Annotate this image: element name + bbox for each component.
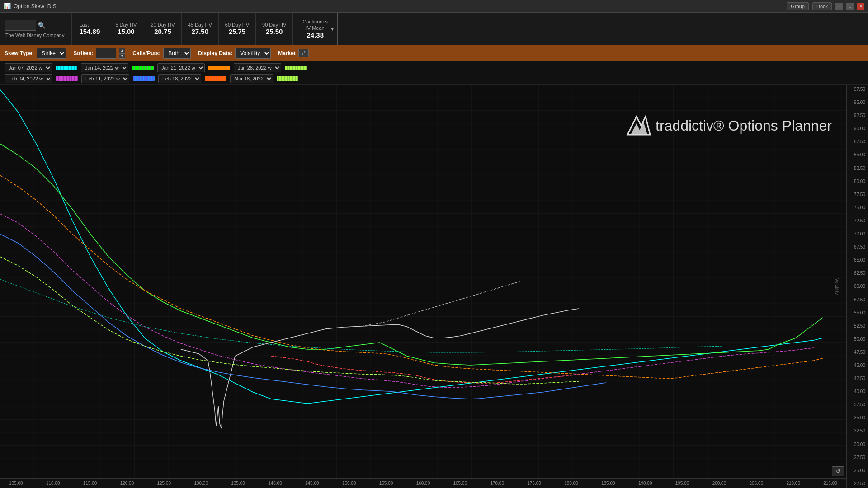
strikes-input[interactable]: 10 <box>96 48 116 59</box>
y-label-5500: 55.00 <box>847 310 868 315</box>
expiry-jan14[interactable]: Jan 14, 2022 w <box>81 63 128 72</box>
stats-bar: DIS 🔍 The Walt Disney Company Last 154.8… <box>0 13 868 45</box>
stat-90day-value: 25.50 <box>266 28 283 35</box>
x-label-155: 155.00 <box>379 481 393 486</box>
y-label-3250: 32.50 <box>847 428 868 433</box>
y-label-6500: 65.00 <box>847 258 868 263</box>
y-label-4500: 45.00 <box>847 363 868 368</box>
y-label-5750: 57.50 <box>847 297 868 302</box>
continuous-iv-value: 24.38 <box>307 31 324 39</box>
x-label-115: 115.00 <box>83 481 97 486</box>
y-label-8750: 87.50 <box>847 139 868 144</box>
calls-puts-label: Calls/Puts: <box>132 50 160 56</box>
x-label-190: 190.00 <box>638 481 652 486</box>
y-label-4000: 40.00 <box>847 389 868 394</box>
y-label-7000: 70.00 <box>847 231 868 236</box>
y-label-2500: 25.00 <box>847 468 868 473</box>
strikes-up-button[interactable]: ▲ <box>119 48 125 53</box>
strikes-label: Strikes: <box>73 50 93 56</box>
search-icon-button[interactable]: 🔍 <box>38 22 46 29</box>
y-axis: 97.50 95.00 92.50 90.00 87.50 85.00 82.5… <box>846 85 868 488</box>
stat-45day-value: 27.50 <box>191 28 208 35</box>
y-label-7500: 75.00 <box>847 205 868 210</box>
stat-90day-label: 90 Day HV <box>262 22 286 28</box>
expiry-feb11[interactable]: Feb 11, 2022 w <box>81 74 129 83</box>
y-label-4750: 47.50 <box>847 350 868 355</box>
x-label-215: 215.00 <box>823 481 837 486</box>
continuous-dropdown-arrow: ▼ <box>330 26 335 31</box>
title-bar: 📊 Option Skew: DIS Group Dock ─ □ ✕ <box>0 0 868 13</box>
title-bar-left: 📊 Option Skew: DIS <box>4 3 57 9</box>
dock-button[interactable]: Dock <box>812 2 832 10</box>
swatch-feb04 <box>56 76 78 81</box>
company-name: The Walt Disney Company <box>5 33 64 38</box>
strikes-down-button[interactable]: ▼ <box>119 53 125 59</box>
expiry-mar18[interactable]: Mar 18, 2022 <box>230 74 273 83</box>
symbol-input-row: DIS 🔍 <box>5 20 64 31</box>
symbol-section: DIS 🔍 The Walt Disney Company <box>5 20 64 38</box>
expiry-jan07[interactable]: Jan 07, 2022 w <box>5 63 52 72</box>
calls-puts-select[interactable]: Both Calls Puts <box>163 48 191 59</box>
y-label-4250: 42.50 <box>847 376 868 381</box>
x-label-130: 130.00 <box>194 481 208 486</box>
continuous-iv-box[interactable]: ContinuousIV Mean 24.38 ▼ <box>292 13 338 45</box>
chart-svg <box>0 85 846 478</box>
expiry-feb04[interactable]: Feb 04, 2022 w <box>5 74 52 83</box>
market-label: Market <box>278 50 296 56</box>
symbol-input[interactable]: DIS <box>5 20 36 31</box>
swatch-jan14 <box>132 66 154 70</box>
strikes-spinner: ▲ ▼ <box>119 48 125 59</box>
stat-60day-value: 25.75 <box>229 28 246 35</box>
y-label-3750: 37.50 <box>847 402 868 407</box>
stat-5day: 5 Day HV 15.00 <box>108 13 144 45</box>
close-button[interactable]: ✕ <box>857 3 864 10</box>
y-label-6000: 60.00 <box>847 284 868 289</box>
maximize-button[interactable]: □ <box>846 3 854 10</box>
reset-button[interactable]: ↺ <box>832 466 844 476</box>
x-label-205: 205.00 <box>750 481 764 486</box>
skew-type-select[interactable]: Strike Delta <box>37 48 66 59</box>
y-label-7750: 77.50 <box>847 192 868 197</box>
y-label-9750: 97.50 <box>847 87 868 92</box>
last-value: 154.89 <box>79 28 100 35</box>
y-label-8500: 85.00 <box>847 152 868 157</box>
x-label-210: 210.00 <box>786 481 800 486</box>
last-label: Last <box>79 22 89 28</box>
expiry-row-1: Jan 07, 2022 w Jan 14, 2022 w Jan 21, 20… <box>5 63 863 72</box>
expiry-jan28[interactable]: Jan 28, 2022 w <box>234 63 281 72</box>
swatch-jan07 <box>56 66 77 70</box>
y-label-3000: 30.00 <box>847 442 868 447</box>
display-data-select[interactable]: Volatility Delta Gamma <box>235 48 271 59</box>
stat-5day-label: 5 Day HV <box>115 22 137 28</box>
strikes-group: Strikes: 10 ▲ ▼ <box>73 48 125 59</box>
y-label-2750: 27.50 <box>847 455 868 460</box>
stat-90day: 90 Day HV 25.50 <box>255 13 292 45</box>
y-label-8250: 82.50 <box>847 166 868 171</box>
swatch-feb11 <box>133 76 155 81</box>
x-label-160: 160.00 <box>416 481 430 486</box>
expiry-jan21[interactable]: Jan 21, 2022 w <box>157 63 205 72</box>
x-label-145: 145.00 <box>305 481 319 486</box>
stat-60day-label: 60 Day HV <box>225 22 249 28</box>
calls-puts-group: Calls/Puts: Both Calls Puts <box>132 48 191 59</box>
chart-area[interactable]: 97.50 95.00 92.50 90.00 87.50 85.00 82.5… <box>0 85 868 488</box>
group-button[interactable]: Group <box>787 2 809 10</box>
y-label-2250: 22.50 <box>847 481 868 486</box>
x-axis: 105.00 110.00 115.00 120.00 125.00 130.0… <box>0 478 846 488</box>
market-icon-button[interactable]: ⇄ <box>298 49 309 57</box>
market-group: Market ⇄ <box>278 49 309 57</box>
y-label-6750: 67.50 <box>847 244 868 249</box>
expiry-feb18[interactable]: Feb 18, 2022 <box>158 74 201 83</box>
stat-20day-value: 20.75 <box>154 28 171 35</box>
x-label-200: 200.00 <box>712 481 726 486</box>
stat-20day: 20 Day HV 20.75 <box>144 13 181 45</box>
y-label-9250: 92.50 <box>847 113 868 118</box>
x-label-180: 180.00 <box>564 481 578 486</box>
stat-5day-value: 15.00 <box>118 28 135 35</box>
stat-60day: 60 Day HV 25.75 <box>218 13 255 45</box>
x-label-110: 110.00 <box>46 481 60 486</box>
expiry-bar: Jan 07, 2022 w Jan 14, 2022 w Jan 21, 20… <box>0 61 868 85</box>
last-price-box: Last 154.89 <box>71 13 108 45</box>
minimize-button[interactable]: ─ <box>835 3 843 10</box>
x-label-175: 175.00 <box>527 481 541 486</box>
